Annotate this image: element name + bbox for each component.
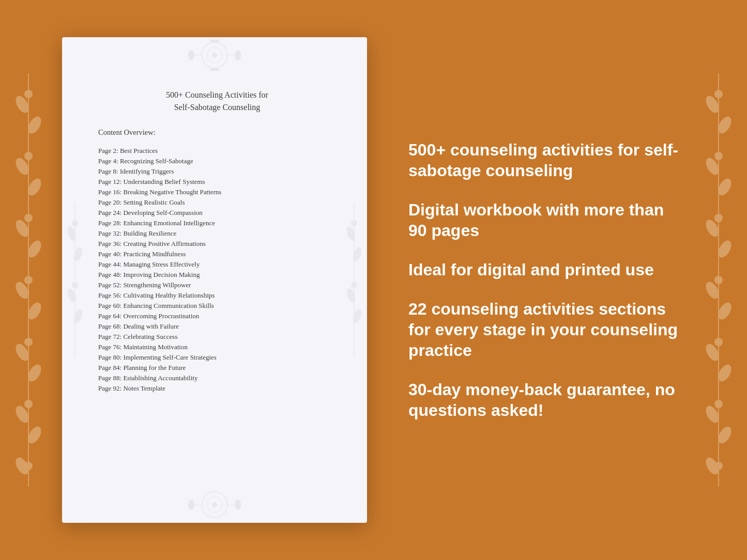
toc-item: Page 76: Maintaining Motivation xyxy=(98,341,341,352)
right-panel: 500+ counseling activities for self-sabo… xyxy=(398,139,685,421)
toc-item: Page 92: Notes Template xyxy=(98,383,341,393)
toc-list: Page 2: Best PracticesPage 4: Recognizin… xyxy=(93,145,341,393)
svg-point-33 xyxy=(714,276,723,284)
feature-item: Digital workbook with more than 90 pages xyxy=(408,199,685,241)
svg-point-73 xyxy=(351,282,357,288)
svg-point-51 xyxy=(209,40,220,43)
svg-point-58 xyxy=(188,500,194,510)
svg-point-41 xyxy=(714,462,723,470)
svg-point-20 xyxy=(24,462,33,470)
svg-point-55 xyxy=(212,502,217,507)
svg-point-24 xyxy=(714,90,723,98)
toc-item: Page 8: Identifying Triggers xyxy=(98,166,341,176)
svg-point-12 xyxy=(24,276,33,284)
document-inner: 500+ Counseling Activities for Self-Sabo… xyxy=(93,58,341,393)
toc-item: Page 80: Implementing Self-Care Strategi… xyxy=(98,352,341,362)
toc-label: Content Overview: xyxy=(93,128,341,137)
toc-item: Page 2: Best Practices xyxy=(98,145,341,155)
document-title: 500+ Counseling Activities for Self-Sabo… xyxy=(93,89,341,114)
svg-point-39 xyxy=(714,400,723,408)
svg-point-9 xyxy=(24,214,33,222)
toc-item: Page 4: Recognizing Self-Sabotage xyxy=(98,155,341,166)
toc-item: Page 56: Cultivating Healthy Relationshi… xyxy=(98,290,341,300)
toc-item: Page 24: Developing Self-Compassion xyxy=(98,207,341,217)
toc-item: Page 60: Enhancing Communication Skills xyxy=(98,300,341,310)
toc-item: Page 88: Establishing Accountability xyxy=(98,372,341,383)
document-mockup: 500+ Counseling Activities for Self-Sabo… xyxy=(62,37,367,523)
toc-item: Page 64: Overcoming Procrastination xyxy=(98,310,341,321)
svg-point-36 xyxy=(714,338,723,346)
svg-point-30 xyxy=(714,214,723,222)
feature-item: 22 counseling activities sections for ev… xyxy=(408,299,685,361)
feature-item: Ideal for digital and printed use xyxy=(408,259,685,280)
toc-item: Page 32: Building Resilience xyxy=(98,228,341,238)
main-content: 500+ Counseling Activities for Self-Sabo… xyxy=(0,0,747,560)
toc-item: Page 20: Setting Realistic Goals xyxy=(98,197,341,207)
toc-item: Page 72: Celebrating Success xyxy=(98,331,341,341)
svg-point-44 xyxy=(212,53,217,58)
svg-point-63 xyxy=(72,220,78,226)
toc-item: Page 40: Practicing Mindfulness xyxy=(98,248,341,259)
toc-item: Page 84: Planning for the Future xyxy=(98,362,341,372)
svg-point-62 xyxy=(72,246,84,262)
toc-item: Page 12: Understanding Belief Systems xyxy=(98,176,341,186)
svg-point-70 xyxy=(351,220,357,226)
toc-item: Page 28: Enhancing Emotional Intelligenc… xyxy=(98,217,341,228)
toc-item: Page 52: Strengthening Willpower xyxy=(98,279,341,290)
svg-point-66 xyxy=(72,282,78,288)
floral-decoration-right xyxy=(690,0,747,560)
svg-point-68 xyxy=(345,225,357,241)
svg-point-65 xyxy=(72,308,84,324)
toc-item: Page 48: Improving Decision Making xyxy=(98,269,341,279)
doc-deco-right xyxy=(341,37,367,523)
svg-point-69 xyxy=(352,246,363,262)
svg-point-6 xyxy=(24,152,33,160)
svg-point-27 xyxy=(714,152,723,160)
svg-point-71 xyxy=(345,287,357,303)
svg-point-64 xyxy=(66,287,78,303)
svg-point-59 xyxy=(235,500,241,510)
doc-deco-left xyxy=(62,37,88,523)
toc-item: Page 44: Managing Stress Effectively xyxy=(98,259,341,269)
svg-point-61 xyxy=(66,225,78,241)
doc-deco-bottom xyxy=(62,487,367,523)
toc-item: Page 36: Creating Positive Affirmations xyxy=(98,238,341,248)
floral-decoration-left xyxy=(0,0,57,560)
toc-item: Page 68: Dealing with Failure xyxy=(98,321,341,331)
feature-item: 500+ counseling activities for self-sabo… xyxy=(408,139,685,181)
svg-point-15 xyxy=(24,338,33,346)
svg-point-3 xyxy=(24,90,33,98)
svg-point-72 xyxy=(352,308,363,324)
svg-point-18 xyxy=(24,400,33,408)
feature-item: 30-day money-back guarantee, no question… xyxy=(408,379,685,421)
toc-item: Page 16: Breaking Negative Thought Patte… xyxy=(98,186,341,197)
